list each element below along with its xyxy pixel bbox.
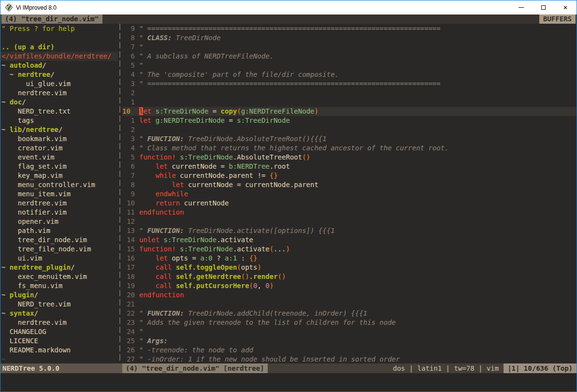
code-line[interactable]: 9" =====================================… xyxy=(122,24,577,33)
code-line[interactable]: 11endfunction xyxy=(122,208,577,217)
tree-file[interactable]: path.vim xyxy=(0,226,118,235)
line-number: 25 xyxy=(122,336,135,346)
line-number: 18 xyxy=(122,272,135,281)
code-line[interactable]: 7" xyxy=(122,43,577,52)
tree-dir-doc[interactable]: ~ doc/ xyxy=(0,98,118,107)
tree-file[interactable]: menu_item.vim xyxy=(0,189,118,199)
nt-file-token: README.markdown xyxy=(1,346,71,354)
code-line[interactable]: 2 xyxy=(122,88,577,98)
tab-tree-dir-node[interactable]: (4) "tree_dir_node.vim" xyxy=(1,15,102,24)
tree-file[interactable]: menu_controller.vim xyxy=(0,180,118,189)
tree-dir-nerdtree-plugin[interactable]: ~ nerdtree_plugin/ xyxy=(0,263,118,272)
code-line[interactable]: 9 endwhile xyxy=(122,189,577,199)
code-line[interactable]: 17 call self.toggleOpen(opts) xyxy=(122,263,577,272)
code-text: " xyxy=(139,43,143,52)
code-line[interactable]: 8" CLASS: TreeDirNode xyxy=(122,33,577,43)
tree-file[interactable]: notifier.vim xyxy=(0,208,118,217)
tree-up-dir[interactable]: .. (up a dir) xyxy=(0,43,118,52)
tree-file[interactable]: CHANGELOG xyxy=(0,327,118,336)
code-line[interactable]: 22" FUNCTION: TreeDirNode.addChild(treen… xyxy=(122,309,577,318)
tree-file[interactable]: bookmark.vim xyxy=(0,134,118,144)
code-line[interactable]: 4" The 'composite' part of the file/dir … xyxy=(122,70,577,79)
tree-file[interactable]: opener.vim xyxy=(0,217,118,226)
tree-blank[interactable] xyxy=(0,33,118,43)
tree-dir-lib-nerdtree[interactable]: ~ lib/nerdtree/ xyxy=(0,125,118,134)
tree-file[interactable]: NERD_tree.vim xyxy=(0,300,118,309)
code-line[interactable]: 15function! s:TreeDirNode.activate(...) xyxy=(122,245,577,254)
code-line[interactable]: 20endfunction xyxy=(122,290,577,300)
code-line[interactable]: 1let g:NERDTreeDirNode = s:TreeDirNode xyxy=(122,116,577,125)
code-line[interactable]: 6" A subclass of NERDTreeFileNode. xyxy=(122,52,577,61)
gutter-gap xyxy=(135,272,139,281)
tree-dir-syntax[interactable]: ~ syntax/ xyxy=(0,309,118,318)
code-line[interactable]: 3" FUNCTION: TreeDirNode.AbsoluteTreeRoo… xyxy=(122,134,577,144)
tk-d-token: ) xyxy=(270,282,274,290)
tree-help[interactable]: " Press ? for help xyxy=(0,24,118,33)
nt-file-token: nerdtree.vim xyxy=(1,319,67,326)
code-line[interactable]: 4" Class method that returns the highest… xyxy=(122,144,577,153)
nt-file-token: LICENCE xyxy=(1,337,38,345)
buffers-label[interactable]: BUFFERS xyxy=(539,15,576,24)
tree-file[interactable]: flag_set.vim xyxy=(0,162,118,171)
line-number: 22 xyxy=(122,309,135,318)
tree-dir-autoload[interactable]: ~ autoload/ xyxy=(0,61,118,70)
code-line[interactable]: 5" xyxy=(122,61,577,70)
tree-file[interactable]: nerdtree.vim xyxy=(0,318,118,327)
code-line[interactable]: 18 call self.getNerdtree().render() xyxy=(122,272,577,281)
code-line[interactable]: 14unlet s:TreeDirNode.activate xyxy=(122,235,577,245)
tree-file[interactable]: tree_dir_node.vim xyxy=(0,235,118,245)
tk-d-token: {} xyxy=(270,172,278,179)
code-line[interactable]: 19 call self.putCursorHere(0, 0) xyxy=(122,281,577,290)
tree-file[interactable]: README.markdown xyxy=(0,346,118,355)
code-line[interactable]: 12 xyxy=(122,217,577,226)
code-line[interactable]: 1 xyxy=(122,98,577,107)
close-button[interactable]: ✕ xyxy=(554,0,577,15)
minimize-button[interactable] xyxy=(510,0,532,15)
tree-file[interactable]: LICENCE xyxy=(0,336,118,346)
tree-file[interactable]: nerdtree.vim xyxy=(0,199,118,208)
tree-file[interactable]: exec_menuitem.vim xyxy=(0,272,118,281)
tree-root[interactable]: </vimfiles/bundle/nerdtree/ xyxy=(0,52,118,61)
tree-file[interactable]: fs_menu.vim xyxy=(0,281,118,290)
tk-k-token: let xyxy=(156,254,168,262)
line-number: 4 xyxy=(122,144,135,153)
code-line[interactable]: 16 let opts = a:0 ? a:1 : {} xyxy=(122,254,577,263)
tk-cb-token: FUNCTION: xyxy=(147,135,184,143)
code-line[interactable]: 3" =====================================… xyxy=(122,79,577,88)
code-line[interactable]: 5function! s:TreeDirNode.AbsoluteTreeRoo… xyxy=(122,153,577,162)
code-line[interactable]: 8 let currentNode = currentNode.parent xyxy=(122,180,577,189)
tree-file[interactable]: tree_file_node.vim xyxy=(0,245,118,254)
tk-k-token: return xyxy=(156,199,180,207)
nt-root-token: </vimfiles/bundle/nerdtree/ xyxy=(1,52,112,60)
code-line[interactable]: 7 while currentNode.parent != {} xyxy=(122,171,577,180)
tree-file[interactable]: ui_glue.vim xyxy=(0,79,118,88)
code-line[interactable]: 21 xyxy=(122,300,577,309)
code-line[interactable]: 2 xyxy=(122,125,577,134)
code-line[interactable]: 25" Args: xyxy=(122,336,577,346)
code-line-current[interactable]: 10let s:TreeDirNode = copy(g:NERDTreeFil… xyxy=(122,107,577,116)
command-line[interactable] xyxy=(0,373,577,392)
code-line[interactable]: 26" -treenode: the node to add xyxy=(122,346,577,355)
code-line[interactable]: 23" Adds the given treenode to the list … xyxy=(122,318,577,327)
tk-c-token: " xyxy=(139,309,147,317)
tree-file[interactable]: creator.vim xyxy=(0,144,118,153)
tree-file[interactable]: NERD_tree.txt xyxy=(0,107,118,116)
code-line[interactable]: 24" xyxy=(122,327,577,336)
nt-slash-token: / xyxy=(50,71,54,78)
code-line[interactable]: 6 let currentNode = b:NERDTree.root xyxy=(122,162,577,171)
code-line[interactable]: 13" FUNCTION: TreeDirNode.activate([opti… xyxy=(122,226,577,235)
tree-file[interactable]: tags xyxy=(0,116,118,125)
tree-dir-nerdtree[interactable]: ~ nerdtree/ xyxy=(0,70,118,79)
tree-dir-plugin[interactable]: ~ plugin/ xyxy=(0,290,118,300)
maximize-button[interactable] xyxy=(532,0,554,15)
code-line[interactable]: 10 return currentNode xyxy=(122,199,577,208)
tree-file[interactable]: nerdtree.vim xyxy=(0,88,118,98)
nerdtree-statusline: NERDTree 5.0.0 xyxy=(0,363,122,373)
tree-file[interactable]: event.vim xyxy=(0,153,118,162)
code-line[interactable]: 27" -inOrder: 1 if the new node should b… xyxy=(122,355,577,363)
window-split-separator[interactable] xyxy=(118,24,122,363)
tree-filler[interactable]: ~ xyxy=(0,355,118,363)
gutter-gap xyxy=(135,235,139,245)
tree-file[interactable]: key_map.vim xyxy=(0,171,118,180)
tree-file[interactable]: ui.vim xyxy=(0,254,118,263)
